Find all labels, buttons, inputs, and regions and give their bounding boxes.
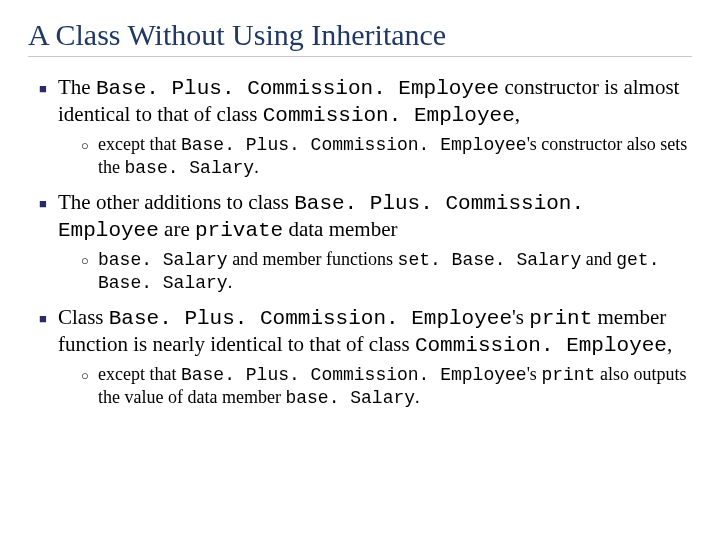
list-subitem: ○ except that Base. Plus. Commission. Em…: [72, 364, 692, 410]
list-item: ■ Class Base. Plus. Commission. Employee…: [28, 305, 692, 358]
code-run: private: [195, 219, 283, 242]
text-run: 's: [512, 305, 529, 329]
list-subitem-text: except that Base. Plus. Commission. Empl…: [98, 364, 692, 410]
list-subitem: ○ except that Base. Plus. Commission. Em…: [72, 134, 692, 180]
text-run: .: [254, 157, 259, 177]
text-run: The: [58, 75, 96, 99]
code-run: set. Base. Salary: [398, 250, 582, 270]
list-item: ■ The other additions to class Base. Plu…: [28, 190, 692, 243]
square-bullet-icon: ■: [28, 75, 58, 128]
text-run: 's: [527, 364, 542, 384]
list-subitem: ○ base. Salary and member functions set.…: [72, 249, 692, 295]
code-run: base. Salary: [98, 250, 228, 270]
slide: A Class Without Using Inheritance ■ The …: [0, 0, 720, 436]
text-run: .: [415, 387, 420, 407]
list-subitem-text: except that Base. Plus. Commission. Empl…: [98, 134, 692, 180]
code-run: base. Salary: [285, 388, 415, 408]
text-run: and: [581, 249, 616, 269]
code-run: Base. Plus. Commission. Employee: [96, 77, 499, 100]
circle-bullet-icon: ○: [72, 364, 98, 410]
text-run: except that: [98, 364, 181, 384]
text-run: except that: [98, 134, 181, 154]
square-bullet-icon: ■: [28, 305, 58, 358]
page-title: A Class Without Using Inheritance: [28, 18, 692, 57]
code-run: base. Salary: [125, 158, 255, 178]
text-run: ,: [515, 102, 520, 126]
text-run: ,: [667, 332, 672, 356]
text-run: .: [228, 272, 233, 292]
text-run: The other additions to class: [58, 190, 294, 214]
circle-bullet-icon: ○: [72, 249, 98, 295]
code-run: print: [529, 307, 592, 330]
code-run: Base. Plus. Commission. Employee: [181, 135, 527, 155]
text-run: and member functions: [228, 249, 398, 269]
code-run: Commission. Employee: [263, 104, 515, 127]
list-item-text: The Base. Plus. Commission. Employee con…: [58, 75, 692, 128]
text-run: Class: [58, 305, 109, 329]
text-run: are: [159, 217, 195, 241]
list-item-text: Class Base. Plus. Commission. Employee's…: [58, 305, 692, 358]
content-body: ■ The Base. Plus. Commission. Employee c…: [28, 75, 692, 410]
code-run: Base. Plus. Commission. Employee: [109, 307, 512, 330]
code-run: Base. Plus. Commission. Employee: [181, 365, 527, 385]
square-bullet-icon: ■: [28, 190, 58, 243]
code-run: print: [541, 365, 595, 385]
list-subitem-text: base. Salary and member functions set. B…: [98, 249, 692, 295]
list-item: ■ The Base. Plus. Commission. Employee c…: [28, 75, 692, 128]
list-item-text: The other additions to class Base. Plus.…: [58, 190, 692, 243]
circle-bullet-icon: ○: [72, 134, 98, 180]
code-run: Commission. Employee: [415, 334, 667, 357]
text-run: data member: [283, 217, 397, 241]
